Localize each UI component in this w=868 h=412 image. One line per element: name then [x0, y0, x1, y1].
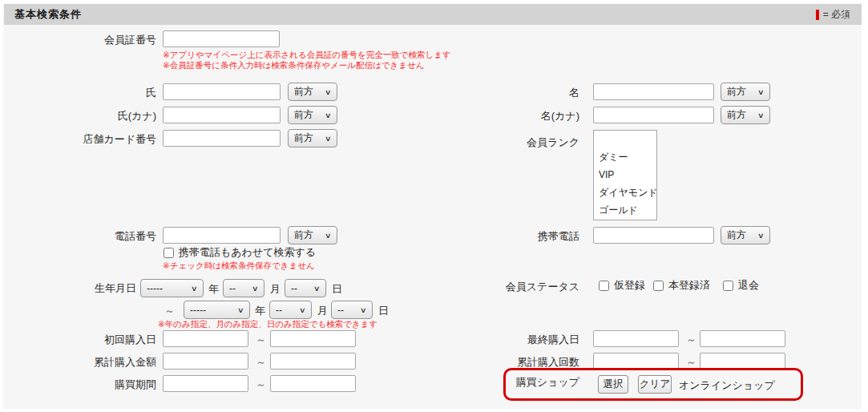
first-name-match-select[interactable]: 前方 ∨: [721, 83, 770, 101]
purchase-period-tilde: ～: [256, 378, 266, 392]
birthdate-from-year-value: -----: [147, 283, 163, 294]
store-card-label: 店舗カード番号: [83, 132, 156, 147]
listbox-option[interactable]: ゴールド: [594, 201, 656, 219]
listbox-option[interactable]: VIP: [594, 166, 656, 184]
listbox-option[interactable]: ダイヤモンド: [594, 184, 656, 201]
birthdate-to-year-suffix: 年: [255, 304, 265, 318]
member-status-withdrawn-label: 退会: [738, 278, 759, 293]
purchase-shop-select-button[interactable]: 選択: [598, 375, 628, 394]
last-name-kana-input[interactable]: [163, 107, 281, 123]
first-purchase-to-input[interactable]: [270, 330, 356, 347]
member-status-option-provisional: 仮登録: [599, 278, 645, 293]
last-name-match-value: 前方: [294, 85, 313, 99]
member-status-withdrawn-checkbox[interactable]: [723, 281, 733, 291]
form-panel: [3, 3, 862, 409]
store-card-match-value: 前方: [294, 131, 313, 145]
birthdate-range-tilde: ～: [164, 304, 175, 318]
chevron-down-icon: ∨: [299, 306, 306, 314]
mobile-match-value: 前方: [727, 228, 746, 242]
birthdate-label: 生年月日: [95, 281, 136, 296]
purchase-shop-clear-button[interactable]: クリア: [638, 375, 672, 394]
total-amount-label: 累計購入金額: [94, 355, 156, 370]
total-amount-from-input[interactable]: [163, 353, 248, 370]
basic-search-form: 基本検索条件 = 必須 会員証番号 ※アプリやマイページ上に表示される会員証の番…: [0, 0, 868, 412]
last-name-kana-match-value: 前方: [294, 108, 313, 122]
mobile-label: 携帯電話: [538, 229, 579, 244]
member-status-registered-label: 本登録済: [668, 278, 710, 293]
chevron-down-icon: ∨: [360, 306, 367, 314]
first-name-kana-match-select[interactable]: 前方 ∨: [721, 106, 770, 124]
birthdate-to-month-select[interactable]: -- ∨: [269, 301, 312, 319]
member-card-input[interactable]: [163, 30, 280, 47]
member-status-registered-checkbox[interactable]: [653, 281, 664, 291]
member-status-provisional-checkbox[interactable]: [599, 281, 609, 291]
birthdate-from-month-select[interactable]: -- ∨: [223, 279, 264, 297]
listbox-option[interactable]: ダミー: [594, 148, 656, 166]
store-card-input[interactable]: [163, 130, 281, 147]
mobile-input[interactable]: [593, 227, 714, 244]
member-status-option-registered: 本登録済: [653, 278, 710, 293]
section-titlebar: 基本検索条件 = 必須: [4, 4, 862, 25]
birthdate-from-year-select[interactable]: ----- ∨: [140, 279, 204, 297]
birthdate-from-day-suffix: 日: [332, 282, 342, 297]
last-name-label: 氏: [146, 86, 156, 100]
phone-match-select[interactable]: 前方 ∨: [288, 226, 337, 244]
first-name-input[interactable]: [593, 83, 714, 100]
last-purchase-label: 最終購入日: [527, 333, 579, 347]
phone-input[interactable]: [163, 227, 281, 244]
chevron-down-icon: ∨: [757, 88, 765, 96]
last-purchase-to-input[interactable]: [700, 330, 785, 347]
section-title: 基本検索条件: [14, 7, 82, 22]
first-purchase-from-input[interactable]: [163, 330, 248, 347]
birthdate-to-day-select[interactable]: -- ∨: [331, 301, 373, 319]
total-count-to-input[interactable]: [700, 353, 785, 370]
last-name-input[interactable]: [163, 83, 281, 100]
birthdate-note: ※年のみ指定、月のみ指定、日のみ指定でも検索できます: [158, 319, 377, 329]
listbox-option[interactable]: [594, 131, 656, 148]
first-purchase-tilde: ～: [256, 333, 266, 347]
birthdate-from-month-value: --: [229, 283, 236, 294]
purchase-period-to-input[interactable]: [270, 375, 356, 392]
phone-include-mobile-checkbox[interactable]: [164, 248, 174, 258]
member-rank-listbox[interactable]: ダミーVIPダイヤモンドゴールド: [593, 130, 657, 220]
first-name-kana-input[interactable]: [593, 107, 714, 123]
last-name-match-select[interactable]: 前方 ∨: [288, 83, 337, 101]
last-name-kana-match-select[interactable]: 前方 ∨: [288, 106, 337, 124]
store-card-match-select[interactable]: 前方 ∨: [288, 129, 337, 147]
birthdate-from-day-select[interactable]: -- ∨: [285, 279, 326, 297]
birthdate-to-year-value: -----: [190, 305, 206, 316]
required-marker-icon: [816, 10, 819, 20]
last-purchase-tilde: ～: [686, 333, 696, 347]
required-legend: = 必須: [816, 8, 850, 22]
total-amount-tilde: ～: [256, 355, 266, 370]
chevron-down-icon: ∨: [325, 111, 332, 119]
first-name-kana-label: 名(カナ): [541, 109, 579, 123]
birthdate-from-year-suffix: 年: [208, 282, 219, 297]
chevron-down-icon: ∨: [325, 88, 332, 96]
required-legend-label: = 必須: [823, 8, 850, 22]
chevron-down-icon: ∨: [325, 135, 332, 143]
chevron-down-icon: ∨: [757, 232, 765, 240]
birthdate-to-month-value: --: [276, 305, 282, 316]
chevron-down-icon: ∨: [252, 285, 259, 293]
birthdate-to-day-suffix: 日: [378, 304, 389, 318]
total-count-from-input[interactable]: [593, 353, 679, 370]
birthdate-to-month-suffix: 月: [317, 304, 328, 318]
mobile-match-select[interactable]: 前方 ∨: [721, 226, 770, 244]
first-purchase-label: 初回購入日: [104, 333, 156, 347]
member-card-note-1: ※アプリやマイページ上に表示される会員証の番号を完全一致で検索します: [163, 50, 451, 60]
chevron-down-icon: ∨: [325, 232, 332, 240]
purchase-period-label: 購買期間: [115, 378, 156, 392]
phone-note: ※チェック時は検索条件保存できません: [163, 261, 315, 271]
birthdate-to-year-select[interactable]: ----- ∨: [184, 301, 250, 319]
birthdate-to-day-value: --: [337, 305, 344, 316]
phone-include-mobile-label: 携帯電話もあわせて検索する: [179, 245, 316, 260]
first-name-label: 名: [569, 86, 579, 100]
last-name-kana-label: 氏(カナ): [118, 109, 156, 123]
first-name-kana-match-value: 前方: [727, 108, 746, 122]
last-purchase-from-input[interactable]: [593, 330, 679, 347]
total-amount-to-input[interactable]: [270, 353, 356, 370]
purchase-period-from-input[interactable]: [163, 375, 248, 392]
birthdate-from-month-suffix: 月: [270, 282, 281, 297]
purchase-shop-label: 購買ショップ: [516, 375, 579, 390]
